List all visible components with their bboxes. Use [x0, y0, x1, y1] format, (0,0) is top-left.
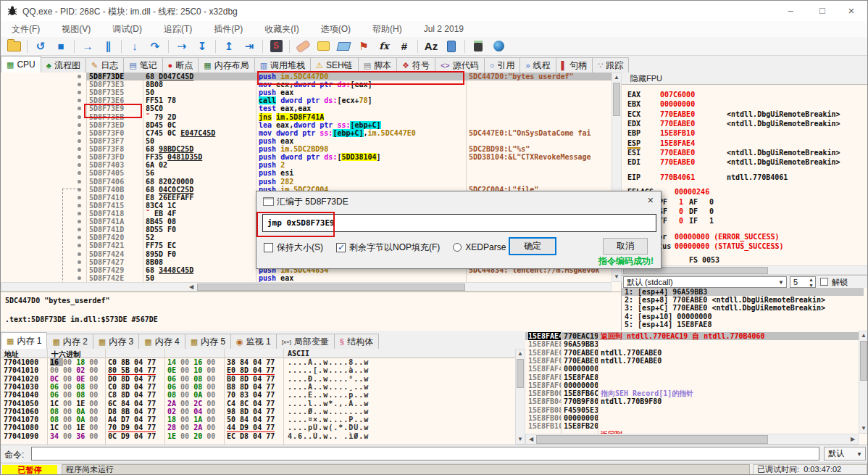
register-row-esi[interactable]: ESI770EABE0<ntdll.DbgUiRemoteBreakin> [627, 149, 640, 157]
register-row-eip[interactable]: EIP770B4061ntdll.770B4061 [627, 173, 640, 181]
menu-item-1[interactable]: 文件(F) [1, 23, 51, 36]
command-profile-select[interactable]: 默认▼ [824, 447, 866, 460]
tab-调用堆栈[interactable]: ▥调用堆栈 [254, 57, 311, 73]
stack-row[interactable]: 15E8FB1015E8FB20 [525, 422, 859, 430]
scroll-up-arrow[interactable]: ▲ [516, 350, 525, 358]
scroll-right-arrow[interactable]: ▶ [848, 435, 857, 444]
step-out-icon[interactable]: ↧ [194, 39, 210, 54]
scroll-up-arrow[interactable]: ▲ [859, 331, 868, 340]
function-icon[interactable]: fx [376, 39, 392, 54]
scroll-thumb[interactable] [860, 341, 867, 381]
hex-row[interactable]: 770410501C 00 1E 006C 84 04 772A 00 2C 0… [1, 400, 515, 408]
scroll-up-arrow[interactable]: ▲ [612, 73, 621, 82]
register-row-edx[interactable]: EDX770EABE0<ntdll.DbgUiRemoteBreakin> [627, 120, 640, 128]
register-row-edi[interactable]: EDI770EABE0<ntdll.DbgUiRemoteBreakin> [627, 158, 640, 166]
dump-tab-内存 1[interactable]: ▦内存 1 [1, 332, 47, 349]
unlock-checkbox[interactable] [820, 278, 828, 286]
scroll-thumb[interactable] [197, 284, 465, 291]
tab-流程图[interactable]: ♣流程图 [41, 57, 86, 73]
register-row-ecx[interactable]: ECX770EABE0<ntdll.DbgUiRemoteBreakin> [627, 110, 640, 118]
hex-row[interactable]: 770410200C 00 0E 00D0 8D 04 7706 00 08 0… [1, 375, 515, 383]
calling-convention-select[interactable]: 默认 (stdcall)▼ [623, 276, 787, 288]
stack-vscrollbar[interactable]: ▲ ▼ [859, 331, 868, 434]
label-icon[interactable] [335, 39, 351, 54]
execute-till-return-icon[interactable]: ↥ [221, 39, 237, 54]
xedparse-radio[interactable] [453, 243, 462, 252]
hex-row[interactable]: 7704100016 00 18 00C0 8B 04 7714 00 16 0… [1, 358, 515, 366]
minimize-button[interactable]: – [776, 1, 805, 21]
run-to-user-icon[interactable]: ⇥ [241, 39, 257, 54]
disasm-row[interactable]: 5D8F740556push esi [1, 169, 612, 177]
patch-icon[interactable] [295, 39, 311, 54]
nop-fill-checkbox[interactable] [336, 243, 346, 252]
hex-row[interactable]: 7704106008 00 0A 00D8 8B 04 7702 00 04 0… [1, 408, 515, 416]
scroll-left-arrow[interactable]: ◀ [187, 283, 196, 292]
argument-row[interactable]: 3: [esp+C] 770EABE0 <ntdll.DbgUiRemoteBr… [622, 304, 864, 312]
argument-row[interactable]: 2: [esp+8] 770EABE0 <ntdll.DbgUiRemoteBr… [622, 296, 864, 304]
command-input[interactable] [31, 447, 819, 460]
calculator-icon[interactable] [470, 39, 486, 54]
tab-符号[interactable]: ❖符号 [396, 57, 435, 73]
argument-row[interactable]: 1: [esp+4] 96A59BB3 [622, 288, 864, 296]
hide-fpu-header[interactable]: 隐藏FPU [622, 73, 868, 85]
scroll-left-arrow[interactable]: ◀ [527, 435, 535, 444]
comment-icon[interactable] [315, 39, 331, 54]
stack-hscrollbar[interactable]: ◀ ▶ [525, 434, 859, 445]
restart-icon[interactable]: ↺ [33, 39, 49, 54]
bookmark-icon[interactable]: ⚑ [356, 39, 372, 54]
tab-CPU[interactable]: ▦CPU [1, 56, 41, 73]
maximize-button[interactable]: □ [808, 1, 837, 21]
az-icon[interactable]: Az [423, 39, 439, 54]
register-row-eax[interactable]: EAX007C6000 [627, 91, 640, 99]
tab-SEH链[interactable]: ⚠SEH链 [310, 57, 359, 73]
disasm-row[interactable]: 5D8F73ED8D45 0Clea eax,dword ptr ss:[ebp… [1, 121, 612, 129]
menu-item-5[interactable]: 插件(P) [203, 23, 254, 36]
register-row-ebx[interactable]: EBX00000000 [627, 100, 640, 108]
hex-row[interactable]: 770410801C 00 1E 0070 D9 04 7728 00 2A 0… [1, 424, 515, 431]
menu-item-2[interactable]: 视图(V) [51, 23, 101, 36]
menu-item-4[interactable]: 追踪(T) [153, 23, 203, 36]
run-to-user-code-icon[interactable]: ⇢ [174, 39, 190, 54]
tab-引用[interactable]: ○引用 [484, 57, 521, 73]
disassembly-hscrollbar[interactable]: ◀ [1, 282, 612, 292]
stack-row[interactable]: 15E8FAF0770EABE0ntdll.770EABE0 [525, 357, 859, 365]
scroll-thumb[interactable] [517, 359, 524, 388]
hex-row[interactable]: 7704104006 00 08 00C8 8D 04 7708 00 0A 0… [1, 391, 515, 399]
menu-item-9[interactable]: Jul 2 2019 [413, 24, 475, 34]
scroll-down-arrow[interactable]: ▼ [516, 435, 525, 444]
ok-button[interactable]: 确定 [509, 237, 556, 255]
tab-源代码[interactable]: <>源代码 [435, 57, 485, 73]
disasm-row[interactable]: 5D8F74036A 02push 2 [1, 161, 612, 169]
tab-笔记[interactable]: ▤笔记 [123, 57, 162, 73]
keep-size-checkbox[interactable] [264, 243, 273, 252]
hex-dump-panel[interactable]: 地址 十六进制 ASCII 7704100016 00 18 00C0 8B 0… [1, 349, 525, 445]
cancel-button[interactable]: 取消 [603, 238, 648, 255]
argument-row[interactable]: 5: [esp+14] 15E8FAE8 [622, 321, 864, 329]
scroll-thumb[interactable] [536, 435, 768, 444]
step-into-icon[interactable]: ↓ [127, 39, 143, 54]
args-depth-spinner[interactable]: 5▲▼ [790, 276, 816, 288]
menu-item-6[interactable]: 收藏夹(I) [254, 23, 309, 36]
close-button[interactable]: × [837, 1, 866, 21]
stack-panel[interactable]: 15E8FAE4770EAC19返回到 ntdll.770EAC19 自 ntd… [525, 331, 868, 445]
menu-item-8[interactable]: 帮助(H) [362, 23, 413, 36]
menu-item-7[interactable]: 选项(O) [310, 23, 362, 36]
stack-row[interactable]: 15E8FB08F45905E3 [525, 406, 859, 414]
menu-item-3[interactable]: 调试(D) [101, 23, 153, 36]
tab-断点[interactable]: ●断点 [162, 57, 199, 73]
settings-s-icon[interactable]: S [268, 39, 284, 54]
register-row-ebp[interactable]: EBP15E8FB10 [627, 129, 640, 137]
dump-tab-内存 5[interactable]: ▦内存 5 [185, 334, 231, 349]
stack-row[interactable]: 15E8FB04770B9F80ntdll.770B9F80 [525, 397, 859, 405]
dump-tab-内存 4[interactable]: ▦内存 4 [138, 334, 185, 349]
stack-row[interactable]: 15E8FB0015E8FB6C指向SEH_Record[1]的指针 [525, 389, 859, 397]
hex-row[interactable]: 7704101000 00 02 0080 5B 04 770E 00 10 0… [1, 366, 515, 374]
tab-内存布局[interactable]: ▦内存布局 [198, 57, 254, 73]
disasm-row[interactable]: 5D8F73FDFF35 0481D35Dpush dword ptr ds:[… [1, 153, 612, 161]
stack-row[interactable]: 15E8FAE4770EAC19返回到 ntdll.770EAC19 自 ntd… [525, 332, 859, 340]
tab-脚本[interactable]: ▤脚本 [358, 57, 397, 73]
stack-row[interactable]: 15E8FAF400000000 [525, 365, 859, 373]
disasm-row[interactable]: 5D8F740668 82020000push 282 [1, 178, 612, 186]
dump-tab-内存 2[interactable]: ▦内存 2 [46, 334, 93, 349]
hex-row[interactable]: 7704107008 00 0A 00A4 D7 04 7718 00 1A 0… [1, 416, 515, 424]
